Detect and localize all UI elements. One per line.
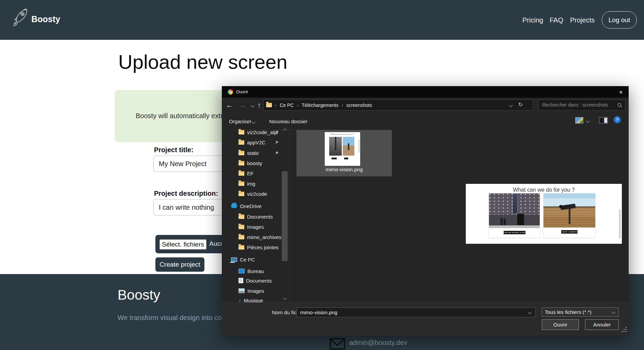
up-icon[interactable]: ↑ [257, 101, 261, 109]
view-thumbnails-icon[interactable] [575, 117, 583, 124]
open-file-dialog: Ouvrir ✕ ← → ↑ › Ce PC › Téléchargements… [222, 86, 629, 336]
file-tile-selected[interactable]: What can we do for you ? mimo-vision.png [296, 130, 392, 176]
email-icon [329, 337, 345, 350]
breadcrumb-screenshots[interactable]: screenshots [346, 102, 372, 108]
new-folder-button[interactable]: Nouveau dossier [269, 118, 308, 124]
thumb-photo-left [329, 137, 342, 156]
music-icon: ♪ [239, 298, 241, 302]
back-icon[interactable]: ← [226, 101, 233, 109]
folder-icon [239, 151, 244, 155]
screen: Boosty Pricing FAQ Projects Log out Uplo… [0, 0, 644, 350]
pin-icon [275, 140, 279, 145]
create-project-button[interactable]: Create project [155, 257, 204, 272]
info-banner-text: Boosty will automatically extract [136, 112, 232, 120]
sidebar-item[interactable]: Documents [222, 276, 298, 285]
preview-pane: What can we do for you ? SHOW ME MIXERS … [466, 184, 622, 244]
footer-brand: Boosty [118, 287, 160, 303]
sidebar-item-ce-pc[interactable]: Ce PC [222, 255, 291, 264]
preview-card-left: SHOW ME MIXERS & MICS [489, 193, 540, 238]
search-box[interactable]: Rechercher dans : screenshots [538, 99, 626, 111]
chrome-icon [228, 89, 233, 95]
crumb-separator: › [297, 102, 298, 108]
crumb-separator: › [341, 102, 343, 108]
folder-icon [239, 214, 244, 219]
search-icon [617, 103, 623, 108]
onedrive-cloud-icon [231, 204, 237, 208]
sidebar-item-onedrive[interactable]: OneDrive [222, 201, 291, 211]
refresh-icon[interactable]: ↻ [518, 101, 523, 108]
project-title-label: Project title: [154, 146, 194, 154]
folder-icon [239, 225, 244, 229]
site-navbar: Boosty Pricing FAQ Projects Log out [0, 0, 644, 40]
preview-left-button: SHOW ME MIXERS & MICS [504, 231, 525, 234]
pin-icon [275, 130, 279, 134]
footer-tagline: We transform visual design into code [118, 314, 229, 322]
preview-title: What can we do for you ? [466, 187, 622, 193]
organize-chevron-icon [251, 120, 255, 124]
preview-scrollbar [619, 209, 620, 238]
choose-files-button[interactable]: Sélect. fichiers [159, 239, 206, 250]
sidebar-item[interactable]: Bureau [222, 266, 298, 276]
page-title: Upload new screen [118, 50, 288, 73]
forward-icon[interactable]: → [239, 101, 246, 109]
open-button[interactable]: Ouvrir [542, 319, 579, 330]
search-placeholder: Rechercher dans : screenshots [542, 102, 608, 108]
footer-email[interactable]: admin@boosty.dev [349, 339, 407, 347]
preview-card-right: I WANT CAMERAS [543, 193, 595, 238]
address-dropdown-chevron-icon[interactable] [509, 103, 512, 107]
recent-locations-chevron-icon[interactable] [250, 104, 254, 107]
filetype-chevron-icon[interactable] [612, 310, 615, 314]
nav-link-pricing[interactable]: Pricing [522, 16, 543, 24]
resize-grip[interactable] [622, 327, 627, 332]
pictures-icon [239, 288, 245, 293]
folder-icon [239, 235, 244, 239]
folder-icon [239, 130, 244, 134]
crumb-separator: › [275, 102, 277, 108]
breadcrumb-telechargements[interactable]: Téléchargements [302, 102, 338, 108]
help-button[interactable]: ? [614, 116, 621, 123]
dialog-titlebar[interactable]: Ouvrir ✕ [222, 86, 629, 98]
combobox-chevron-icon[interactable] [528, 310, 532, 314]
folder-icon [239, 171, 244, 176]
camera-photo [543, 193, 595, 227]
project-description-label: Project description: [154, 190, 218, 197]
computer-icon [231, 257, 237, 262]
breadcrumb-ce-pc[interactable]: Ce PC [280, 102, 294, 108]
wall-photo [489, 193, 540, 228]
organize-menu[interactable]: Organiser [229, 118, 251, 124]
folder-icon [239, 245, 244, 250]
sidebar-item[interactable]: static [222, 148, 298, 158]
folder-icon [239, 192, 244, 196]
brand-title: Boosty [31, 14, 60, 24]
cancel-button[interactable]: Annuler [585, 319, 619, 330]
dialog-title: Ouvrir [236, 89, 248, 94]
sidebar-item[interactable]: boosty [222, 158, 298, 168]
file-name: mimo-vision.png [296, 166, 392, 172]
sidebar-item[interactable]: viz2code_alpl [222, 127, 298, 137]
nav-link-faq[interactable]: FAQ [550, 16, 563, 24]
desktop-icon [239, 269, 245, 273]
preview-pane-toggle-icon[interactable] [599, 117, 608, 124]
scrollbar-thumb[interactable] [282, 171, 288, 261]
close-icon[interactable]: ✕ [615, 88, 626, 96]
logout-button[interactable]: Log out [602, 11, 637, 29]
pin-icon [275, 151, 279, 155]
preview-right-button: I WANT CAMERAS [561, 230, 578, 234]
folder-icon [239, 140, 244, 145]
sidebar-item[interactable]: appV2C [222, 138, 298, 147]
rocket-logo-icon [12, 8, 29, 27]
filename-combobox[interactable]: mimo-vision.png [296, 307, 536, 317]
sidebar-item[interactable]: Images [222, 286, 298, 296]
dialog-bottom-bar: Nom du fichier : mimo-vision.png Tous le… [222, 302, 629, 336]
folder-icon [239, 181, 244, 186]
view-options-chevron-icon[interactable] [586, 119, 589, 123]
thumb-photo-right [343, 137, 354, 156]
nav-link-projects[interactable]: Projects [570, 16, 595, 24]
folder-icon [266, 103, 272, 107]
address-bar[interactable]: › Ce PC › Téléchargements › screenshots … [263, 99, 533, 111]
folder-icon [239, 161, 244, 165]
file-thumbnail: What can we do for you ? [325, 132, 360, 166]
filetype-select[interactable]: Tous les fichiers (*.*) [542, 307, 619, 317]
documents-icon [239, 278, 243, 283]
